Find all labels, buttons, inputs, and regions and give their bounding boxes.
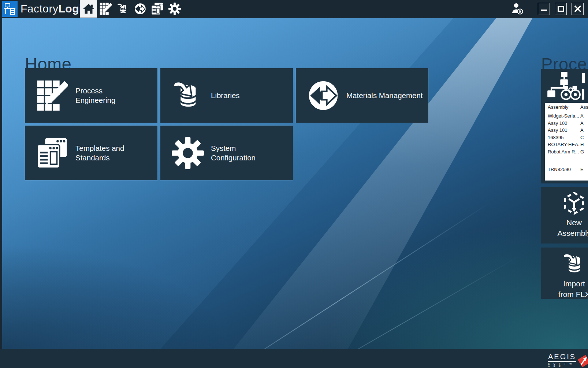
tile-materials-management[interactable]: Materials Management xyxy=(296,68,428,123)
app-name-light: Factory xyxy=(21,3,59,15)
column-header-assembly: Assembly xyxy=(548,104,568,110)
column-header-2: Asse xyxy=(580,104,588,110)
assembly-table: Assembly Asse Widget-Seria... A Assy 102… xyxy=(545,103,588,181)
cell-assembly: TRN82590 xyxy=(548,167,571,172)
minimize-button[interactable] xyxy=(538,3,550,15)
cell-col2: H xyxy=(580,142,584,147)
user-logout-button[interactable] xyxy=(511,1,527,16)
database-import-icon xyxy=(562,252,586,276)
assembly-tree-binoculars-icon xyxy=(546,72,583,102)
table-row[interactable]: Widget-Seria... A xyxy=(545,112,588,120)
nav-home-button[interactable] xyxy=(80,0,97,18)
cell-assembly: Widget-Seria... xyxy=(548,113,579,119)
open-assembly-tile[interactable]: Assembly Asse Widget-Seria... A Assy 102… xyxy=(541,69,588,183)
cell-col2: A xyxy=(580,120,584,126)
aegis-logo: AEGIS S O F T W A R E xyxy=(548,353,588,368)
factorylogix-window: FactoryLogix® xyxy=(0,0,588,368)
cell-col2: A xyxy=(580,127,584,133)
aegis-brand: AEGIS xyxy=(548,353,576,362)
new-assembly-button[interactable]: New Assembly xyxy=(541,187,588,244)
close-button[interactable] xyxy=(572,3,584,15)
tile-system-configuration[interactable]: System Configuration xyxy=(160,126,293,180)
cell-assembly: Assy 102 xyxy=(548,120,567,126)
maximize-icon xyxy=(557,5,565,12)
nav-process-engineering-button[interactable] xyxy=(97,0,114,18)
action-label: New Assembly xyxy=(557,217,588,238)
cell-col2: A xyxy=(580,113,584,119)
aegis-pennant-icon xyxy=(577,354,588,368)
table-row[interactable]: TRN82590 E xyxy=(545,166,588,173)
nav-templates-standards-button[interactable] xyxy=(149,0,166,18)
table-row[interactable]: Robot Arm R... G xyxy=(545,148,588,156)
cutoff-text-fragment xyxy=(581,73,585,83)
cell-assembly: ROTARY-HEA... xyxy=(548,142,582,147)
table-row[interactable] xyxy=(545,155,588,163)
tile-label: Templates and Standards xyxy=(75,126,134,180)
table-row[interactable]: Assy 101 A xyxy=(545,127,588,134)
home-icon xyxy=(82,2,95,15)
titlebar: FactoryLogix® xyxy=(0,0,588,18)
cell-col2: E xyxy=(580,167,584,172)
aegis-logo-text: AEGIS S O F T W A R E xyxy=(548,353,576,368)
tile-label: Process Engineering xyxy=(75,68,134,123)
cell-assembly: 168395 xyxy=(548,135,563,140)
app-logo xyxy=(2,1,18,17)
footer-bar: AEGIS S O F T W A R E xyxy=(0,349,588,368)
desk-logo-icon xyxy=(4,3,16,15)
aegis-brand-sub: S O F T W A R E xyxy=(548,363,576,368)
cell-col2: G xyxy=(580,149,584,155)
import-from-flx-button[interactable]: Import from FLX xyxy=(541,248,588,299)
database-import-icon xyxy=(168,68,207,123)
cell-assembly: Assy 101 xyxy=(548,127,567,133)
cell-assembly: Robot Arm R... xyxy=(548,149,579,155)
nav-libraries-button[interactable] xyxy=(114,0,131,18)
user-x-icon xyxy=(511,2,527,15)
tile-libraries[interactable]: Libraries xyxy=(160,68,293,123)
gear-icon xyxy=(168,3,181,15)
tile-templates-standards[interactable]: Templates and Standards xyxy=(25,126,157,180)
titlebar-right xyxy=(511,0,588,18)
gear-icon xyxy=(168,126,207,180)
swap-arrows-circle-icon xyxy=(134,3,146,15)
grid-pencil-icon xyxy=(33,68,71,123)
cutoff-text-fragment xyxy=(582,89,585,100)
tile-label: Libraries xyxy=(211,68,240,123)
database-import-icon xyxy=(117,3,129,15)
minimize-icon xyxy=(540,5,548,12)
main-nav xyxy=(80,0,183,18)
cube-icon xyxy=(563,192,585,215)
content-area: Home xyxy=(0,18,588,349)
tile-process-engineering[interactable]: Process Engineering xyxy=(25,68,157,123)
nav-system-configuration-button[interactable] xyxy=(166,0,183,18)
tile-label: System Configuration xyxy=(211,126,269,180)
nav-materials-management-button[interactable] xyxy=(131,0,149,18)
assembly-table-header[interactable]: Assembly Asse xyxy=(545,103,588,112)
table-row[interactable]: 168395 C xyxy=(545,134,588,141)
stacked-windows-icon xyxy=(151,3,164,15)
cell-col2: C xyxy=(580,135,584,140)
swap-arrows-circle-icon xyxy=(304,68,342,123)
table-row[interactable]: ROTARY-HEA... H xyxy=(545,141,588,148)
action-label: Import from FLX xyxy=(558,278,588,300)
maximize-button[interactable] xyxy=(555,3,567,15)
tile-label: Materials Management xyxy=(346,68,423,123)
table-row[interactable]: Assy 102 A xyxy=(545,120,588,127)
grid-pencil-icon xyxy=(100,3,112,15)
stacked-windows-icon xyxy=(33,126,71,180)
close-icon xyxy=(574,5,582,13)
